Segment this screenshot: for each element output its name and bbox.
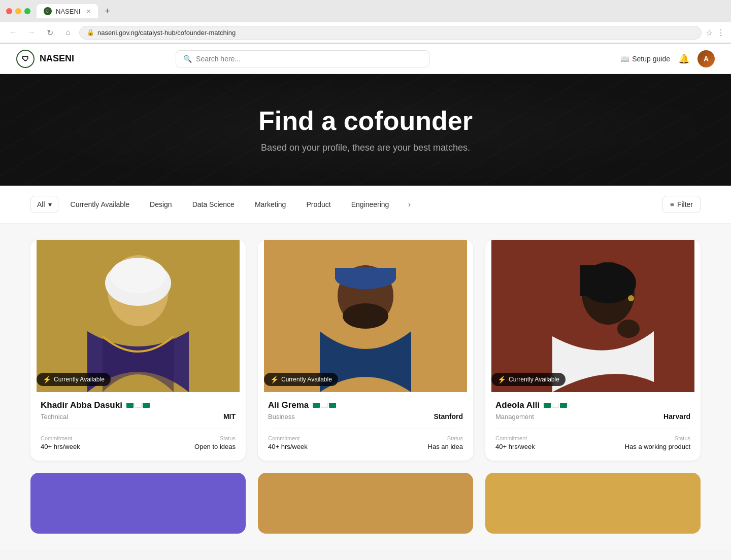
available-badge-1: ⚡ Currently Available	[37, 373, 111, 386]
commitment-value-2: 40+ hrs/week	[268, 443, 363, 450]
status-stat-3: Status Has a working product	[595, 435, 690, 450]
app-header: 🛡 NASENI 🔍 📖 Setup guide 🔔 A	[0, 44, 731, 74]
partial-card-3[interactable]	[485, 473, 701, 534]
flag-1	[126, 403, 150, 408]
flag-3	[544, 403, 567, 408]
card-image-wrap-3: ⚡ Currently Available	[485, 240, 701, 392]
refresh-button[interactable]: ↻	[43, 25, 57, 40]
back-button[interactable]: ←	[6, 25, 20, 40]
svg-point-14	[628, 295, 634, 301]
filter-chip-data-science[interactable]: Data Science	[184, 196, 243, 213]
card-name-3: Adeola Alli	[495, 400, 540, 410]
available-dot-icon-2: ⚡	[270, 375, 279, 383]
commitment-stat-2: Commitment 40+ hrs/week	[268, 435, 363, 450]
card-body-3: Adeola Alli Management Harvard Com	[485, 392, 701, 461]
search-icon: 🔍	[183, 55, 192, 63]
filter-button[interactable]: ≡ Filter	[662, 196, 701, 213]
card-name-row-2: Ali Grema	[268, 400, 463, 410]
card-name-row-3: Adeola Alli	[495, 400, 690, 410]
status-label-3: Status	[595, 435, 690, 441]
tab-title: NASENI	[56, 8, 80, 15]
tab-favicon: 🛡	[44, 7, 52, 15]
available-dot-icon-1: ⚡	[43, 375, 51, 383]
card-school-3: Harvard	[663, 412, 690, 421]
search-input[interactable]	[196, 55, 422, 63]
partial-card-1[interactable]	[30, 473, 246, 534]
filter-bar: All ▾ Currently Available Design Data Sc…	[0, 186, 731, 224]
user-avatar[interactable]: A	[697, 50, 715, 67]
status-stat-1: Status Open to ideas	[140, 435, 236, 450]
card-body-1: Khadir Abba Dasuki Technical MIT C	[30, 392, 246, 461]
filter-icon: ≡	[670, 200, 674, 208]
filter-chip-design[interactable]: Design	[142, 196, 180, 213]
flag-2	[313, 403, 336, 408]
bookmark-button[interactable]: ☆	[706, 28, 713, 38]
cofounder-card-2[interactable]: ⚡ Currently Available Ali Grema	[258, 240, 473, 461]
filter-right: ≡ Filter	[662, 196, 701, 213]
notification-button[interactable]: 🔔	[678, 53, 689, 64]
filter-chip-marketing[interactable]: Marketing	[247, 196, 294, 213]
browser-menu-button[interactable]: ⋮	[717, 28, 725, 38]
commitment-label-2: Commitment	[268, 435, 363, 441]
card-stats-2: Commitment 40+ hrs/week Status Has an id…	[268, 429, 463, 450]
status-label-2: Status	[368, 435, 463, 441]
commitment-value-1: 40+ hrs/week	[41, 443, 136, 450]
home-button[interactable]: ⌂	[61, 25, 75, 40]
all-filter-dropdown[interactable]: All ▾	[30, 196, 58, 213]
available-dot-icon-3: ⚡	[497, 375, 506, 383]
card-role-1: Technical	[41, 413, 68, 421]
status-value-1: Open to ideas	[140, 443, 236, 450]
hero-banner: Find a cofounder Based on your profile, …	[0, 74, 731, 186]
traffic-lights	[6, 8, 30, 14]
forward-button[interactable]: →	[24, 25, 39, 40]
card-meta-row-2: Business Stanford	[268, 412, 463, 421]
flag-stripe-right-3	[560, 403, 567, 408]
chevron-down-icon: ▾	[48, 200, 52, 208]
minimize-window-button[interactable]	[15, 8, 21, 14]
status-label-1: Status	[140, 435, 236, 441]
tab-close-button[interactable]: ✕	[86, 8, 91, 15]
header-right: 📖 Setup guide 🔔 A	[620, 50, 715, 67]
status-stat-2: Status Has an idea	[368, 435, 463, 450]
new-tab-button[interactable]: +	[100, 4, 114, 18]
svg-point-4	[110, 258, 166, 293]
active-tab[interactable]: 🛡 NASENI ✕	[37, 4, 98, 18]
card-name-2: Ali Grema	[268, 400, 309, 410]
partial-card-2[interactable]	[258, 473, 473, 534]
url-text: naseni.gov.ng/catalyst-hub/cofounder-mat…	[97, 29, 236, 37]
card-image-1	[30, 240, 246, 392]
search-input-wrap[interactable]: 🔍	[176, 50, 429, 67]
card-stats-1: Commitment 40+ hrs/week Status Open to i…	[41, 429, 236, 450]
logo: 🛡 NASENI	[16, 50, 74, 68]
card-school-2: Stanford	[434, 412, 463, 421]
url-bar[interactable]: 🔒 naseni.gov.ng/catalyst-hub/cofounder-m…	[79, 26, 702, 40]
logo-text: NASENI	[40, 53, 74, 64]
logo-icon: 🛡	[16, 50, 35, 68]
card-role-2: Business	[268, 413, 295, 421]
filter-chip-engineering[interactable]: Engineering	[343, 196, 397, 213]
cofounder-card-1[interactable]: ⚡ Currently Available Khadir Abba Dasuki	[30, 240, 246, 461]
hero-title: Find a cofounder	[16, 107, 715, 135]
commitment-stat-3: Commitment 40+ hrs/week	[495, 435, 591, 450]
status-value-2: Has an idea	[368, 443, 463, 450]
cofounder-card-3[interactable]: ⚡ Currently Available Adeola Alli	[485, 240, 701, 461]
filter-more-button[interactable]: ›	[401, 196, 417, 213]
maximize-window-button[interactable]	[24, 8, 30, 14]
tab-bar: 🛡 NASENI ✕ +	[37, 4, 725, 18]
flag-stripe-left-1	[126, 403, 134, 408]
flag-stripe-right-2	[329, 403, 336, 408]
app-container: 🛡 NASENI 🔍 📖 Setup guide 🔔 A Find a cofo…	[0, 44, 731, 550]
nav-bar: ← → ↻ ⌂ 🔒 naseni.gov.ng/catalyst-hub/cof…	[0, 22, 731, 43]
setup-guide-button[interactable]: 📖 Setup guide	[620, 55, 670, 63]
close-window-button[interactable]	[6, 8, 12, 14]
card-school-1: MIT	[223, 412, 236, 421]
card-image-2	[258, 240, 473, 392]
partial-cards-row	[30, 473, 701, 534]
flag-stripe-middle-3	[552, 403, 559, 408]
available-badge-2: ⚡ Currently Available	[264, 373, 338, 386]
flag-stripe-middle-1	[135, 403, 142, 408]
card-role-3: Management	[495, 413, 534, 421]
book-icon: 📖	[620, 55, 629, 63]
filter-chip-currently-available[interactable]: Currently Available	[62, 196, 138, 213]
filter-chip-product[interactable]: Product	[298, 196, 339, 213]
